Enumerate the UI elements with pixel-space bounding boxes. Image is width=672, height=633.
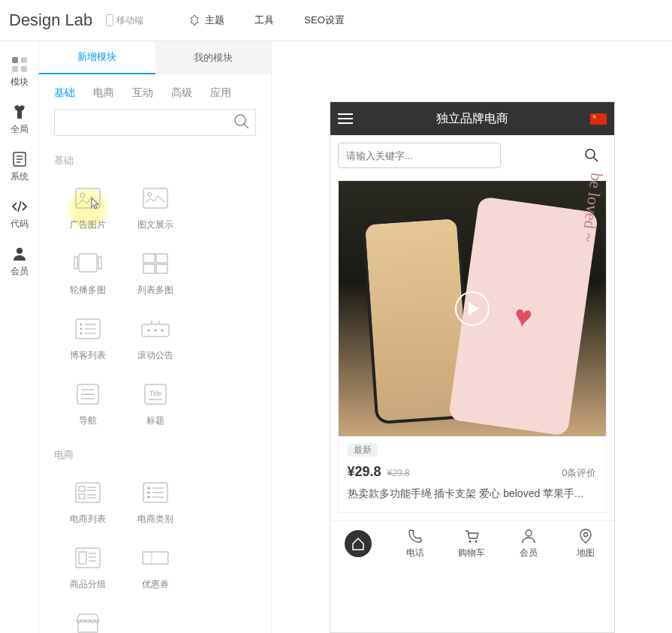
module-coupon[interactable]: 优惠券 bbox=[122, 538, 189, 603]
module-image-text[interactable]: 图文展示 bbox=[122, 178, 189, 243]
section-ecom: 电商 bbox=[54, 439, 256, 472]
module-ad-image[interactable]: 广告图片 bbox=[54, 178, 122, 243]
subtab-basic[interactable]: 基础 bbox=[54, 86, 75, 100]
module-title-label: 标题 bbox=[146, 414, 164, 427]
phone-icon bbox=[407, 528, 423, 544]
module-ecom-list[interactable]: 电商列表 bbox=[54, 472, 122, 538]
nav-phone[interactable]: 电话 bbox=[387, 521, 444, 565]
module-carousel[interactable]: 轮播多图 bbox=[54, 243, 122, 309]
rail-modules-label: 模块 bbox=[11, 76, 29, 89]
svg-rect-19 bbox=[98, 257, 101, 269]
nav-seo[interactable]: SEO设置 bbox=[304, 14, 344, 27]
module-search-input[interactable] bbox=[54, 109, 256, 136]
beloved-text: be loved ~ bbox=[577, 171, 607, 243]
module-scroll-notice[interactable]: 滚动公告 bbox=[122, 309, 189, 374]
module-list-image-label: 列表多图 bbox=[137, 284, 173, 297]
nav-tools[interactable]: 工具 bbox=[255, 14, 274, 27]
nav-map-label: 地图 bbox=[577, 547, 595, 559]
grid-icon bbox=[11, 56, 28, 73]
language-flag[interactable] bbox=[590, 113, 607, 125]
nav-theme[interactable]: 主题 bbox=[188, 14, 225, 27]
top-nav: 主题 工具 SEO设置 bbox=[188, 14, 344, 27]
image-text-icon bbox=[143, 188, 168, 209]
module-ecom-category[interactable]: 电商类别 bbox=[122, 472, 189, 538]
svg-rect-22 bbox=[143, 264, 155, 273]
subtab-app[interactable]: 应用 bbox=[210, 86, 231, 100]
rail-system-label: 系统 bbox=[11, 170, 29, 183]
subtab-interactive[interactable]: 互动 bbox=[132, 86, 153, 100]
section-basic: 基础 bbox=[54, 145, 256, 178]
module-shop-activity[interactable]: 店铺活动 bbox=[54, 603, 122, 633]
module-search-button[interactable] bbox=[234, 113, 250, 130]
subtab-advanced[interactable]: 高级 bbox=[171, 86, 192, 100]
theme-icon bbox=[188, 14, 200, 26]
ecom-list-icon bbox=[75, 482, 101, 503]
preview-search-button[interactable] bbox=[584, 148, 599, 163]
group-icon bbox=[75, 547, 101, 568]
module-ecom-list-label: 电商列表 bbox=[70, 513, 106, 526]
tab-my-module[interactable]: 我的模块 bbox=[155, 41, 272, 74]
nav-map[interactable]: 地图 bbox=[557, 521, 614, 565]
hamburger-icon bbox=[338, 113, 353, 125]
document-icon bbox=[11, 151, 28, 167]
play-button[interactable] bbox=[455, 291, 490, 326]
svg-point-16 bbox=[148, 193, 152, 197]
module-product-group-label: 商品分组 bbox=[70, 578, 106, 591]
nav-home[interactable] bbox=[330, 521, 387, 565]
preview-area: 独立品牌电商 ♥be loved ~ 最新 bbox=[272, 41, 672, 633]
rail-modules[interactable]: 模块 bbox=[0, 49, 39, 96]
rail-system[interactable]: 系统 bbox=[0, 143, 39, 191]
module-title[interactable]: Title 标题 bbox=[122, 374, 189, 439]
top-bar: Design Lab 移动端 主题 工具 SEO设置 bbox=[0, 0, 672, 41]
module-nav[interactable]: 导航 bbox=[54, 374, 122, 439]
category-icon bbox=[143, 482, 168, 503]
tab-add-module[interactable]: 新增模块 bbox=[39, 41, 155, 74]
svg-point-11 bbox=[235, 115, 246, 125]
nav-tools-label: 工具 bbox=[255, 14, 274, 27]
svg-rect-21 bbox=[156, 254, 167, 263]
subtab-ecom[interactable]: 电商 bbox=[93, 86, 114, 100]
hamburger-button[interactable] bbox=[338, 113, 354, 125]
coupon-icon bbox=[141, 549, 170, 567]
nav-icon bbox=[77, 384, 99, 405]
svg-line-12 bbox=[244, 124, 249, 128]
rail-code-label: 代码 bbox=[11, 218, 29, 231]
notice-icon bbox=[141, 320, 170, 338]
svg-point-77 bbox=[583, 532, 587, 536]
map-icon bbox=[577, 528, 594, 544]
svg-point-72 bbox=[586, 149, 595, 158]
preview-search-input[interactable] bbox=[338, 143, 501, 168]
product-card[interactable]: ♥be loved ~ 最新 ¥29.8 ¥29.8 0条评价 热卖款多功能手绳… bbox=[338, 180, 607, 513]
shop-icon bbox=[75, 613, 101, 633]
rail-global[interactable]: 全局 bbox=[0, 96, 39, 143]
svg-rect-45 bbox=[79, 487, 85, 491]
carousel-icon bbox=[74, 253, 102, 274]
module-blog-list[interactable]: 博客列表 bbox=[54, 309, 122, 374]
nav-member[interactable]: 会员 bbox=[500, 521, 557, 565]
svg-point-1 bbox=[110, 24, 111, 26]
person-icon bbox=[11, 246, 28, 262]
svg-point-32 bbox=[148, 330, 150, 332]
module-ecom-category-label: 电商类别 bbox=[137, 513, 173, 526]
module-list-image[interactable]: 列表多图 bbox=[122, 243, 189, 309]
mode-switch[interactable]: 移动端 bbox=[106, 14, 143, 27]
code-icon bbox=[11, 198, 28, 215]
panel-tabs: 新增模块 我的模块 bbox=[39, 41, 271, 74]
nav-cart[interactable]: 购物车 bbox=[444, 521, 501, 565]
rail-code[interactable]: 代码 bbox=[0, 191, 39, 238]
svg-rect-2 bbox=[12, 57, 18, 63]
product-old-price: ¥29.8 bbox=[387, 468, 410, 478]
module-product-group[interactable]: 商品分组 bbox=[54, 538, 122, 603]
svg-point-14 bbox=[80, 193, 85, 197]
nav-phone-label: 电话 bbox=[406, 547, 424, 559]
mobile-icon bbox=[106, 14, 113, 26]
svg-point-10 bbox=[17, 248, 23, 254]
svg-rect-58 bbox=[76, 548, 100, 568]
svg-rect-48 bbox=[79, 494, 85, 499]
preview-bottom-nav: 电话 购物车 会员 地图 bbox=[330, 520, 614, 565]
panel-body: 基础 广告图片 图文展示 轮播多图 列表多图 bbox=[39, 145, 271, 633]
svg-rect-20 bbox=[143, 254, 155, 263]
preview-header: 独立品牌电商 bbox=[330, 102, 614, 135]
svg-point-25 bbox=[80, 324, 83, 326]
rail-member[interactable]: 会员 bbox=[0, 238, 39, 285]
